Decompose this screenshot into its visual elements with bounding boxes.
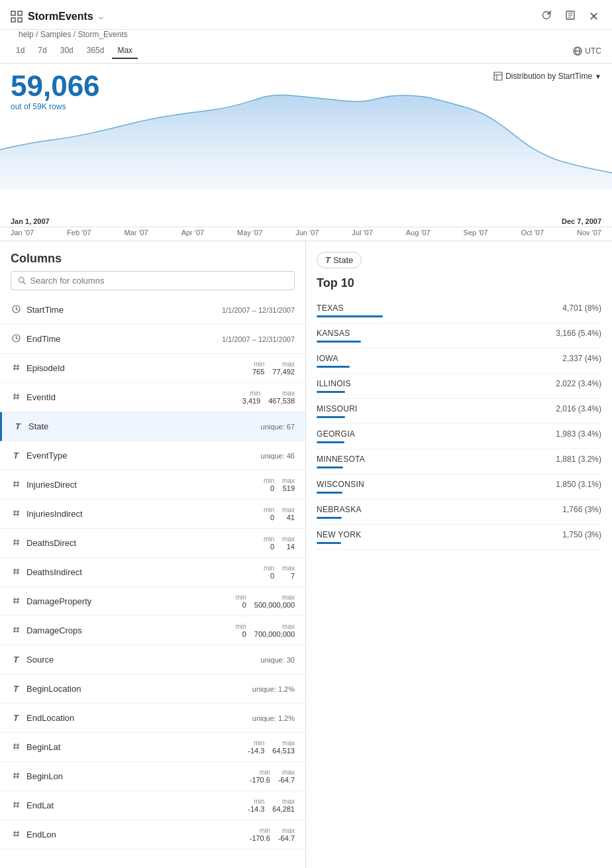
column-meta: unique: 46: [261, 452, 295, 460]
top10-item-value: 2,022 (3.4%): [556, 379, 601, 388]
month-mar: Mar '07: [124, 229, 148, 237]
column-row-source[interactable]: TSourceunique: 30: [0, 645, 305, 675]
top10-item-bar: [317, 441, 344, 443]
big-sub: out of 59K rows: [11, 102, 100, 111]
date-end: Dec 7, 2007: [562, 217, 601, 225]
column-meta: min0 max41: [264, 506, 295, 521]
month-feb: Feb '07: [67, 229, 91, 237]
column-row-beginlocation[interactable]: TBeginLocationunique: 1.2%: [0, 675, 305, 704]
svg-line-25: [14, 394, 15, 400]
svg-line-30: [17, 481, 18, 487]
svg-line-54: [17, 743, 18, 749]
top10-item-value: 4,701 (8%): [562, 303, 601, 313]
refresh-button[interactable]: [538, 7, 554, 26]
column-name: EndLat: [26, 800, 242, 810]
search-input[interactable]: [30, 276, 287, 286]
column-row-beginlat[interactable]: BeginLat min-14.3 max64,513: [0, 733, 305, 762]
month-oct: Oct '07: [521, 229, 544, 237]
detail-panel: T State Top 10 TEXAS4,701 (8%)KANSAS3,16…: [306, 241, 612, 868]
column-row-endtime[interactable]: EndTime1/1/2007 – 12/31/2007: [0, 325, 305, 354]
column-row-episodeid[interactable]: EpisodeId min765 max77,492: [0, 354, 305, 383]
column-meta: min0 max500,000,000: [236, 594, 295, 609]
month-apr: Apr '07: [181, 229, 205, 237]
col-type-icon: [11, 480, 21, 490]
date-start: Jan 1, 2007: [11, 217, 50, 225]
svg-rect-8: [494, 72, 502, 80]
top10-item: MISSOURI2,016 (3.4%): [317, 399, 601, 424]
column-row-endlat[interactable]: EndLat min-14.3 max64,281: [0, 791, 305, 820]
column-row-damageproperty[interactable]: DamageProperty min0 max500,000,000: [0, 587, 305, 616]
expand-button[interactable]: [562, 7, 578, 26]
column-row-injuriesdirect[interactable]: InjuriesDirect min0 max519: [0, 470, 305, 500]
column-name: BeginLocation: [26, 684, 247, 694]
svg-line-45: [14, 598, 15, 604]
month-aug: Aug '07: [406, 229, 431, 237]
utc-button[interactable]: UTC: [573, 46, 601, 56]
top10-item: KANSAS3,166 (5.4%): [317, 323, 601, 349]
svg-rect-0: [11, 11, 15, 15]
col-type-icon: [11, 625, 21, 635]
column-row-starttime[interactable]: StartTime1/1/2007 – 12/31/2007: [0, 296, 305, 325]
top10-item: GEORGIA1,983 (3.4%): [317, 424, 601, 449]
col-type-icon: T: [13, 421, 23, 431]
top10-item-header: WISCONSIN1,850 (3.1%): [317, 480, 601, 489]
column-row-injuriesindirect[interactable]: InjuriesIndirect min0 max41: [0, 500, 305, 529]
col-type-icon: [11, 830, 21, 840]
top10-item-header: TEXAS4,701 (8%): [317, 303, 601, 313]
column-row-deathsindirect[interactable]: DeathsIndirect min0 max7: [0, 558, 305, 587]
column-row-eventtype[interactable]: TEventTypeunique: 46: [0, 441, 305, 470]
column-row-state[interactable]: TStateunique: 67: [0, 412, 305, 441]
col-type-icon: [11, 567, 21, 577]
column-row-deathsdirect[interactable]: DeathsDirect min0 max14: [0, 529, 305, 558]
svg-line-53: [14, 743, 15, 749]
column-name: EndTime: [26, 334, 217, 344]
distribution-label: Distribution by StartTime: [505, 72, 592, 81]
columns-title: Columns: [0, 241, 305, 271]
tab-max[interactable]: Max: [112, 43, 138, 59]
distribution-button[interactable]: Distribution by StartTime ▼: [493, 72, 601, 81]
column-name: EndLocation: [26, 713, 247, 723]
top10-item-name: IOWA: [317, 354, 338, 363]
state-badge[interactable]: T State: [317, 252, 362, 268]
column-row-beginlon[interactable]: BeginLon min-170.6 max-64.7: [0, 762, 305, 791]
table-icon: [493, 72, 503, 81]
date-range: Jan 1, 2007 Dec 7, 2007: [0, 216, 612, 227]
chevron-down-icon[interactable]: ⌵: [99, 12, 103, 21]
column-name: BeginLon: [26, 771, 244, 781]
column-name: EpisodeId: [26, 363, 247, 373]
svg-line-41: [14, 569, 15, 574]
header-icons: ✕: [538, 7, 601, 27]
column-row-endlon[interactable]: EndLon min-170.6 max-64.7: [0, 820, 305, 849]
svg-line-42: [17, 569, 18, 574]
top10-item-value: 3,166 (5.4%): [556, 329, 601, 338]
column-row-eventid[interactable]: EventId min3,419 max467,538: [0, 383, 305, 412]
top10-item-bar: [317, 466, 343, 468]
svg-line-33: [14, 510, 15, 516]
top10-item-value: 2,337 (4%): [562, 354, 601, 363]
column-name: InjuriesDirect: [26, 480, 258, 490]
tab-30d[interactable]: 30d: [55, 43, 79, 59]
tab-7d[interactable]: 7d: [32, 43, 52, 59]
tab-1d[interactable]: 1d: [11, 43, 30, 59]
column-meta: min-170.6 max-64.7: [250, 769, 295, 784]
svg-rect-1: [18, 11, 22, 15]
search-icon: [18, 276, 26, 285]
top10-item: ILLINOIS2,022 (3.4%): [317, 374, 601, 399]
top10-item-bar: [317, 391, 345, 393]
column-meta: unique: 1.2%: [252, 685, 295, 693]
header: StormEvents ⌵ ✕: [0, 0, 612, 30]
month-may: May '07: [237, 229, 262, 237]
search-box[interactable]: [11, 271, 295, 290]
top10-item-name: MISSOURI: [317, 404, 358, 413]
close-button[interactable]: ✕: [586, 7, 601, 27]
column-row-damagecrops[interactable]: DamageCrops min0 max700,000,000: [0, 616, 305, 645]
column-meta: unique: 67: [261, 423, 295, 431]
col-type-icon: [11, 363, 21, 373]
tab-365d[interactable]: 365d: [81, 43, 110, 59]
top10-item: WISCONSIN1,850 (3.1%): [317, 474, 601, 500]
svg-line-21: [14, 364, 15, 370]
svg-line-50: [17, 627, 18, 633]
column-name: Source: [26, 655, 256, 665]
column-row-endlocation[interactable]: TEndLocationunique: 1.2%: [0, 704, 305, 733]
svg-line-57: [14, 773, 15, 779]
